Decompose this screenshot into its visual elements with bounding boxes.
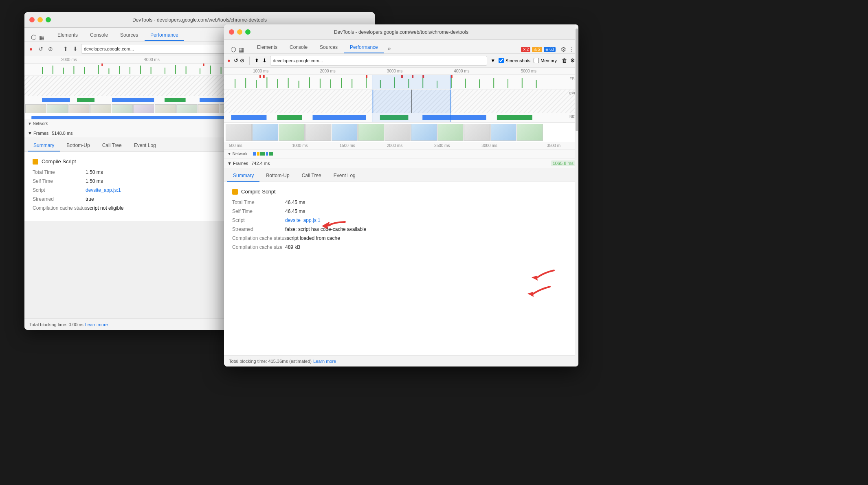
screenshot-6 <box>358 124 384 141</box>
back-value-total: 1.50 ms <box>86 169 103 175</box>
front-link-script[interactable]: devsite_app.js:1 <box>285 217 321 223</box>
window-controls[interactable] <box>29 17 51 22</box>
front-close-button[interactable] <box>229 29 234 35</box>
front-record-icon[interactable]: ● <box>227 57 231 64</box>
front-tab-sources[interactable]: Sources <box>314 42 343 53</box>
front-row-total: Total Time 46.45 ms <box>232 200 570 205</box>
front-reload-icon[interactable]: ↺ <box>234 57 238 64</box>
screenshot-8 <box>411 124 437 141</box>
front-tab-console[interactable]: Console <box>284 42 313 53</box>
more-icon[interactable]: ⋮ <box>569 46 575 53</box>
svg-rect-57 <box>330 79 331 88</box>
net-item: ··· <box>50 122 53 126</box>
tab-performance[interactable]: Performance <box>145 30 184 41</box>
screenshots-checkbox[interactable] <box>499 58 504 63</box>
ruler-2000: 2000 ms <box>28 57 110 62</box>
svg-marker-47 <box>322 223 327 229</box>
window-title: DevTools - developers.google.com/web/too… <box>132 17 267 23</box>
pointer-icon[interactable]: ⬡ <box>31 33 37 41</box>
front-title-bar: DevTools - developers.google.com/web/too… <box>224 24 578 40</box>
sidebar-icon[interactable]: ▦ <box>39 34 44 41</box>
ruler-front-3000: 3000 ms <box>361 69 428 73</box>
ruler-front-1000: 1000 ms <box>227 69 294 73</box>
badge-area: ✕ 2 ⚠ 2 ◈ 63 ⚙ ⋮ <box>521 46 575 53</box>
front-learn-more[interactable]: Learn more <box>313 359 336 364</box>
svg-rect-8 <box>130 67 130 74</box>
ruler2-500: 500 ms <box>227 143 276 148</box>
front-url-arrow[interactable]: ▼ <box>490 58 495 64</box>
tab-console[interactable]: Console <box>84 30 114 41</box>
net-bar-1 <box>253 152 256 156</box>
front-status-bar: Total blocking time: 415.36ms (estimated… <box>224 355 578 366</box>
svg-rect-5 <box>98 65 99 74</box>
front-sidebar-icon[interactable]: ▦ <box>239 46 244 53</box>
maximize-button[interactable] <box>46 17 51 22</box>
ruler2-2000: 2000 ms <box>371 143 418 148</box>
svg-rect-55 <box>309 77 310 88</box>
memory-control: Memory <box>534 58 557 63</box>
back-tab-summary[interactable]: Summary <box>28 140 60 151</box>
front-more-tabs[interactable]: » <box>385 44 394 53</box>
back-learn-more[interactable]: Learn more <box>85 322 108 327</box>
net-bar-4 <box>266 152 268 156</box>
svg-rect-10 <box>151 67 152 74</box>
upload-icon[interactable]: ⬆ <box>62 45 70 53</box>
front-value-total: 46.45 ms <box>285 200 305 205</box>
svg-rect-11 <box>165 68 165 74</box>
net-bar-5 <box>269 152 273 156</box>
minimize-button[interactable] <box>37 17 43 22</box>
memory-checkbox[interactable] <box>534 58 539 63</box>
frames-label-back: ▼ Frames <box>28 131 48 136</box>
front-window: DevTools - developers.google.com/web/too… <box>224 24 578 366</box>
svg-rect-1 <box>53 66 53 74</box>
tab-sources[interactable]: Sources <box>114 30 144 41</box>
svg-rect-90 <box>277 115 302 120</box>
front-value-cache-status: script loaded from cache <box>287 235 340 241</box>
badge-yellow: ⚠ 2 <box>532 47 542 52</box>
back-tab-bottomup[interactable]: Bottom-Up <box>61 140 95 151</box>
reload-icon[interactable]: ↺ <box>37 45 45 53</box>
back-tab-eventlog[interactable]: Event Log <box>128 140 162 151</box>
front-window-controls[interactable] <box>229 29 251 35</box>
front-tab-eventlog[interactable]: Event Log <box>328 170 361 182</box>
svg-rect-0 <box>42 67 43 74</box>
front-tab-performance[interactable]: Performance <box>344 42 384 53</box>
net-bar-2 <box>257 152 259 156</box>
back-tab-calltree[interactable]: Call Tree <box>97 140 127 151</box>
front-perf-toolbar: ● ↺ ⊘ ⬆ ⬇ ▼ Screenshots Memory 🗑 ⚙ <box>224 54 578 68</box>
svg-rect-54 <box>299 81 299 88</box>
ruler2-2500: 2500 ms <box>418 143 466 148</box>
close-button[interactable] <box>29 17 35 22</box>
front-pointer-icon[interactable]: ⬡ <box>231 46 236 53</box>
back-value-cache: script not eligible <box>87 205 123 211</box>
front-value-cache-size: 489 kB <box>285 244 300 250</box>
download-icon[interactable]: ⬇ <box>71 45 79 53</box>
svg-rect-79 <box>451 75 453 78</box>
front-url-input[interactable] <box>270 56 487 66</box>
front-maximize-button[interactable] <box>245 29 251 35</box>
screenshot-12 <box>517 124 543 141</box>
settings-icon[interactable]: ⚙ <box>560 46 566 53</box>
front-download-icon[interactable]: ⬇ <box>262 57 267 64</box>
ruler-front-2000: 2000 ms <box>294 69 361 73</box>
front-tab-bottomup[interactable]: Bottom-Up <box>260 170 295 182</box>
back-blocking-text: Total blocking time: 0.00ms <box>29 322 84 327</box>
front-tab-summary[interactable]: Summary <box>227 170 259 182</box>
front-settings-icon[interactable]: ⚙ <box>570 57 575 64</box>
front-screenshots-row <box>224 123 578 142</box>
front-tab-elements[interactable]: Elements <box>251 42 283 53</box>
front-scrollbar[interactable] <box>575 24 578 366</box>
frames-time-front2: 1065.8 ms <box>551 160 575 166</box>
front-upload-icon[interactable]: ⬆ <box>255 57 259 64</box>
front-row-self: Self Time 46.45 ms <box>232 208 570 214</box>
tab-elements[interactable]: Elements <box>52 30 84 41</box>
front-tab-calltree[interactable]: Call Tree <box>296 170 327 182</box>
clear-icon[interactable]: ⊘ <box>46 45 55 53</box>
record-icon[interactable]: ● <box>27 45 35 53</box>
front-trash-icon[interactable]: 🗑 <box>562 57 567 64</box>
front-minimize-button[interactable] <box>237 29 242 35</box>
back-link-script[interactable]: devsite_app.js:1 <box>86 187 121 193</box>
svg-rect-7 <box>119 66 120 74</box>
front-clear-icon[interactable]: ⊘ <box>240 57 244 64</box>
scrollbar-thumb[interactable] <box>576 29 578 131</box>
